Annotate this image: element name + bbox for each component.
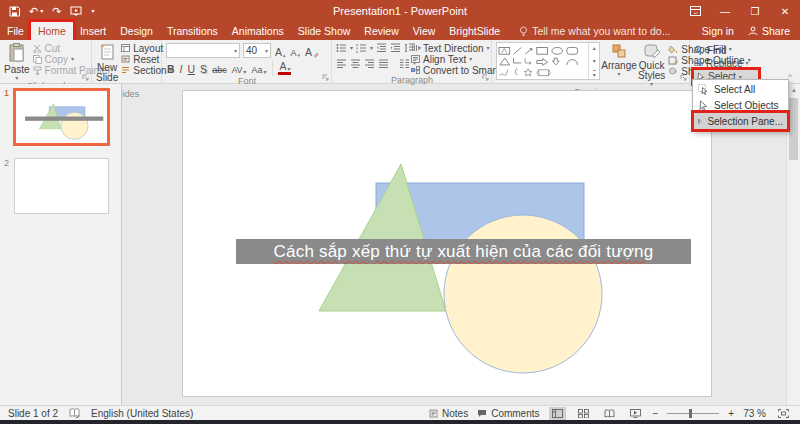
menu-item-select-objects[interactable]: Select Objects (694, 97, 787, 113)
slide-thumbnail-2[interactable] (14, 158, 109, 214)
start-from-beginning-button[interactable] (70, 6, 82, 17)
menu-item-select-all[interactable]: Select All (694, 81, 787, 97)
shape-outline-icon (668, 56, 678, 65)
zoom-level[interactable]: 73 % (743, 408, 766, 419)
font-size-combo[interactable]: 40▾ (243, 43, 271, 58)
decrease-font-size-button[interactable]: A▾ (290, 44, 302, 58)
increase-font-size-button[interactable]: A▴ (274, 44, 287, 58)
character-spacing-button[interactable]: AV▾ (231, 61, 248, 75)
numbering-button[interactable] (356, 43, 367, 53)
slide-thumbnail-1[interactable] (13, 88, 110, 146)
save-button[interactable] (9, 6, 20, 17)
tab-design[interactable]: Design (113, 22, 160, 40)
align-center-button[interactable] (350, 59, 361, 68)
minimize-button[interactable]: — (710, 0, 740, 22)
redo-button[interactable]: ↷ (52, 5, 61, 18)
grow-font-label: A (275, 46, 282, 58)
numbering-icon (356, 43, 367, 53)
tab-brightslide[interactable]: BrightSlide (442, 22, 507, 40)
columns-button[interactable] (399, 59, 410, 68)
vertical-scrollbar[interactable]: ▲ (786, 84, 800, 405)
font-dialog-launcher[interactable] (322, 74, 329, 81)
layout-icon (121, 44, 130, 52)
font-name-combo[interactable]: ▾ (166, 43, 240, 58)
bullets-button[interactable] (336, 43, 347, 53)
tab-insert[interactable]: Insert (73, 22, 113, 40)
clipboard-dialog-launcher[interactable] (82, 74, 89, 81)
find-button[interactable]: Find (694, 44, 760, 56)
tab-transitions[interactable]: Transitions (160, 22, 225, 40)
reading-view-icon (604, 409, 615, 418)
justify-button[interactable] (378, 59, 389, 68)
chevron-down-icon: ▾ (370, 45, 373, 51)
tab-home[interactable]: Home (31, 22, 73, 40)
decrease-indent-button[interactable] (376, 43, 387, 53)
sign-in-button[interactable]: Sign in (702, 25, 734, 37)
new-slide-button[interactable]: New Slide ▾ (96, 42, 118, 89)
shapes-gallery[interactable]: ▴ ▾ ▾ (496, 42, 600, 80)
shapes-gallery-scrollbar[interactable]: ▴ ▾ ▾ (588, 43, 599, 79)
text-shadow-button[interactable]: S (199, 61, 208, 75)
strikethrough-button[interactable]: abc (211, 61, 228, 75)
close-button[interactable]: ✕ (770, 0, 800, 22)
zoom-out-button[interactable]: − (653, 408, 659, 419)
zoom-slider-knob[interactable] (689, 409, 692, 418)
tab-slide-show[interactable]: Slide Show (291, 22, 358, 40)
share-button[interactable]: Share (748, 25, 790, 37)
tab-review[interactable]: Review (357, 22, 405, 40)
slide-canvas[interactable]: Cách sắp xếp thứ tự xuất hiện của các đố… (182, 90, 712, 397)
shrink-font-label: A (291, 48, 297, 58)
ribbon-display-options-button[interactable] (680, 0, 710, 22)
bold-button[interactable]: B (166, 61, 176, 75)
tab-view[interactable]: View (406, 22, 443, 40)
comments-button[interactable]: Comments (477, 408, 539, 419)
arrange-button[interactable]: Arrange ▾ (603, 42, 635, 87)
zoom-slider[interactable] (667, 407, 719, 420)
reading-view-button[interactable] (601, 407, 618, 420)
restore-button[interactable]: ❐ (740, 0, 770, 22)
spell-check-button[interactable] (69, 408, 80, 418)
paragraph-dialog-launcher[interactable] (482, 74, 489, 81)
font-color-button[interactable]: A▾ (278, 62, 291, 75)
fit-to-window-button[interactable] (775, 407, 792, 420)
chevron-down-icon: ▾ (263, 69, 266, 75)
change-case-button[interactable]: Aa▾ (250, 61, 267, 75)
drawing-dialog-launcher[interactable] (680, 74, 687, 81)
comments-label: Comments (491, 408, 539, 419)
italic-button[interactable]: I (179, 61, 184, 75)
quick-styles-button[interactable]: Quick Styles ▾ (638, 42, 665, 87)
arrange-icon (611, 43, 627, 59)
menu-item-selection-pane[interactable]: Selection Pane... (694, 113, 787, 129)
undo-button[interactable]: ↶▾ (29, 5, 43, 18)
copy-label: Copy (45, 54, 68, 65)
spellcheck-book-icon (69, 408, 80, 418)
slideshow-view-button[interactable] (627, 407, 644, 420)
underline-button[interactable]: U (187, 61, 197, 75)
slideshow-view-icon (630, 409, 641, 418)
slide-sorter-view-button[interactable] (575, 407, 592, 420)
paste-button[interactable]: Paste ▾ (4, 42, 30, 81)
language-indicator[interactable]: English (United States) (91, 408, 193, 419)
shapes-gallery-icons (498, 44, 587, 80)
slide-number: 2 (4, 158, 9, 168)
align-right-button[interactable] (364, 59, 375, 68)
increase-indent-button[interactable] (390, 43, 401, 53)
zoom-in-button[interactable]: + (728, 408, 734, 419)
normal-view-button[interactable] (549, 407, 566, 420)
caption-text-box[interactable]: Cách sắp xếp thứ tự xuất hiện của các đố… (236, 239, 691, 264)
scrollbar-thumb[interactable] (789, 98, 798, 160)
tell-me-box[interactable]: Tell me what you want to do... (519, 22, 670, 40)
tab-file[interactable]: File (0, 22, 31, 40)
replace-button[interactable]: ab Replace ▾ (694, 57, 760, 69)
ribbon-display-icon (690, 6, 701, 16)
select-all-icon (698, 84, 709, 95)
italic-label: I (180, 63, 183, 75)
customize-qat-button[interactable]: ▾ (91, 8, 94, 14)
chevron-down-icon: ▾ (287, 66, 290, 72)
new-slide-icon (99, 43, 115, 61)
align-left-button[interactable] (336, 59, 347, 68)
quick-styles-label: Quick Styles (638, 61, 665, 81)
clear-formatting-button[interactable]: A (304, 44, 320, 58)
notes-button[interactable]: Notes (429, 408, 468, 419)
tab-animations[interactable]: Animations (225, 22, 291, 40)
